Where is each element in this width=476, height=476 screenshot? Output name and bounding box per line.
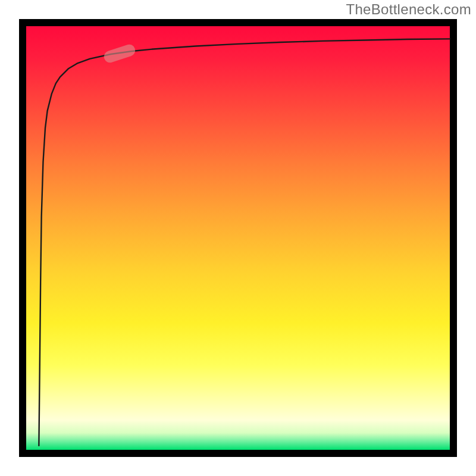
- frame-border: [23, 23, 453, 453]
- chart-stage: TheBottleneck.com: [0, 0, 476, 476]
- chart-frame: [19, 19, 457, 457]
- watermark-text: TheBottleneck.com: [346, 1, 471, 18]
